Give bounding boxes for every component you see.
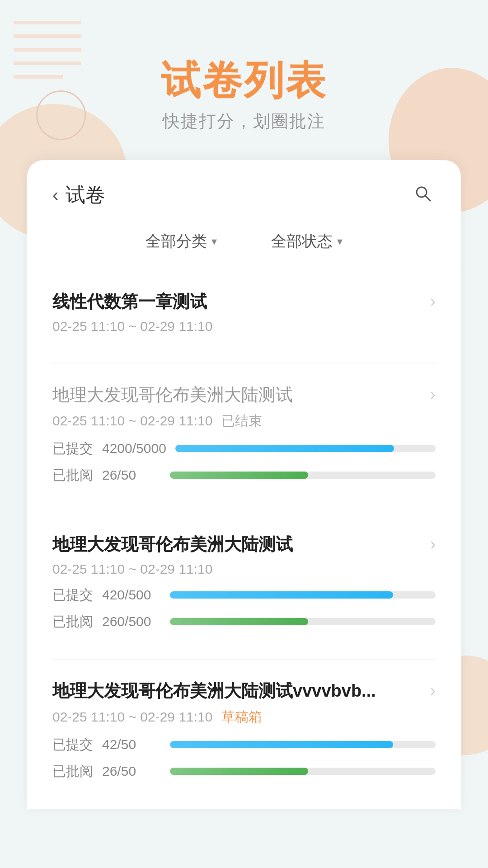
nav-back-button[interactable]: ‹ 试卷 — [52, 182, 105, 208]
svg-point-5 — [417, 187, 427, 197]
exam-item-1[interactable]: 线性代数第一章测试 › 02-25 11:10 ~ 02-29 11:10 — [52, 270, 436, 363]
exam-item-2-reviewed-fill — [170, 472, 308, 479]
svg-line-6 — [426, 196, 430, 201]
exam-item-4-date: 02-25 11:10 ~ 02-29 11:10 — [52, 709, 212, 725]
exam-item-3-submitted-track — [170, 591, 436, 599]
exam-item-3-reviewed-track — [170, 618, 436, 625]
exam-item-2-submitted-track — [175, 445, 436, 452]
exam-item-2-submitted-value: 4200/5000 — [102, 441, 166, 456]
exam-item-2-reviewed-value: 26/50 — [102, 467, 161, 483]
nav-title: 试卷 — [66, 182, 105, 208]
exam-item-4-reviewed-fill — [170, 768, 308, 775]
back-chevron-icon: ‹ — [52, 185, 58, 205]
exam-item-4-submitted-label: 已提交 — [52, 736, 93, 754]
exam-item-1-title: 线性代数第一章测试 — [52, 290, 421, 313]
exam-item-3-reviewed-value: 260/500 — [102, 614, 161, 629]
exam-item-2-date-row: 02-25 11:10 ~ 02-29 11:10 已结束 — [52, 412, 436, 430]
exam-item-4-reviewed-row: 已批阅 26/50 — [52, 762, 436, 781]
exam-item-3-submitted-row: 已提交 420/500 — [52, 586, 436, 604]
exam-item-2-reviewed-label: 已批阅 — [52, 466, 93, 485]
exam-item-4-reviewed-label: 已批阅 — [52, 762, 93, 781]
exam-item-2-submitted-row: 已提交 4200/5000 — [52, 439, 436, 458]
exam-item-3-reviewed-fill — [170, 618, 308, 625]
exam-item-1-date-row: 02-25 11:10 ~ 02-29 11:10 — [52, 319, 436, 334]
exam-item-3-submitted-value: 420/500 — [102, 587, 161, 603]
header-area: 试卷列表 快捷打分，划圈批注 — [0, 0, 488, 160]
exam-item-4[interactable]: 地理大发现哥伦布美洲大陆测试vvvvbvb... › 02-25 11:10 ~… — [52, 660, 436, 809]
exam-item-3-title: 地理大发现哥伦布美洲大陆测试 — [52, 533, 421, 556]
exam-item-3-chevron-icon: › — [430, 535, 436, 554]
exam-item-4-submitted-row: 已提交 42/50 — [52, 736, 436, 754]
exam-list: 线性代数第一章测试 › 02-25 11:10 ~ 02-29 11:10 地理… — [27, 270, 461, 809]
exam-item-3-header: 地理大发现哥伦布美洲大陆测试 › — [52, 533, 436, 556]
exam-item-3-submitted-label: 已提交 — [52, 586, 93, 604]
exam-item-1-header: 线性代数第一章测试 › — [52, 290, 436, 313]
exam-item-2-status-badge: 已结束 — [221, 412, 262, 430]
filter-status-button[interactable]: 全部状态 ▾ — [271, 231, 343, 252]
card-nav: ‹ 试卷 — [27, 160, 461, 222]
exam-item-2-submitted-fill — [175, 445, 394, 452]
exam-item-4-chevron-icon: › — [430, 681, 436, 700]
exam-item-2-submitted-label: 已提交 — [52, 439, 93, 458]
exam-item-4-reviewed-value: 26/50 — [102, 764, 161, 779]
exam-item-3-date-row: 02-25 11:10 ~ 02-29 11:10 — [52, 561, 436, 577]
page-subtitle: 快捷打分，划圈批注 — [0, 110, 488, 133]
exam-item-1-chevron-icon: › — [430, 292, 436, 311]
exam-item-2-date: 02-25 11:10 ~ 02-29 11:10 — [52, 413, 212, 429]
filter-bar: 全部分类 ▾ 全部状态 ▾ — [27, 222, 461, 270]
page-main-title: 试卷列表 — [0, 59, 488, 103]
exam-item-4-status-badge: 草稿箱 — [221, 708, 262, 726]
exam-item-2-reviewed-track — [170, 472, 436, 479]
exam-item-4-title: 地理大发现哥伦布美洲大陆测试vvvvbvb... — [52, 679, 421, 703]
filter-category-label: 全部分类 — [145, 231, 207, 252]
exam-item-2-reviewed-row: 已批阅 26/50 — [52, 466, 436, 485]
exam-item-3-submitted-fill — [170, 591, 393, 599]
exam-item-4-header: 地理大发现哥伦布美洲大陆测试vvvvbvb... › — [52, 679, 436, 703]
filter-category-chevron-icon: ▾ — [211, 235, 217, 248]
exam-item-4-submitted-track — [170, 741, 436, 748]
exam-item-4-reviewed-track — [170, 768, 436, 775]
exam-item-3-date: 02-25 11:10 ~ 02-29 11:10 — [52, 561, 212, 577]
exam-item-3[interactable]: 地理大发现哥伦布美洲大陆测试 › 02-25 11:10 ~ 02-29 11:… — [52, 513, 436, 660]
exam-item-4-submitted-fill — [170, 741, 393, 748]
search-button[interactable] — [413, 184, 436, 206]
exam-item-4-submitted-value: 42/50 — [102, 737, 161, 752]
exam-item-2-header: 地理大发现哥伦布美洲大陆测试 › — [52, 383, 436, 406]
exam-item-2-chevron-icon: › — [430, 385, 436, 404]
filter-status-chevron-icon: ▾ — [337, 235, 343, 248]
exam-item-4-date-row: 02-25 11:10 ~ 02-29 11:10 草稿箱 — [52, 708, 436, 726]
exam-item-3-reviewed-label: 已批阅 — [52, 613, 93, 631]
exam-item-3-reviewed-row: 已批阅 260/500 — [52, 613, 436, 631]
filter-category-button[interactable]: 全部分类 ▾ — [145, 231, 217, 252]
exam-item-2[interactable]: 地理大发现哥伦布美洲大陆测试 › 02-25 11:10 ~ 02-29 11:… — [52, 363, 436, 513]
main-card: ‹ 试卷 全部分类 ▾ 全部状态 ▾ 线性代数第一章测试 › — [27, 160, 461, 809]
filter-status-label: 全部状态 — [271, 231, 333, 252]
exam-item-1-date: 02-25 11:10 ~ 02-29 11:10 — [52, 319, 212, 334]
exam-item-2-title: 地理大发现哥伦布美洲大陆测试 — [52, 383, 421, 406]
